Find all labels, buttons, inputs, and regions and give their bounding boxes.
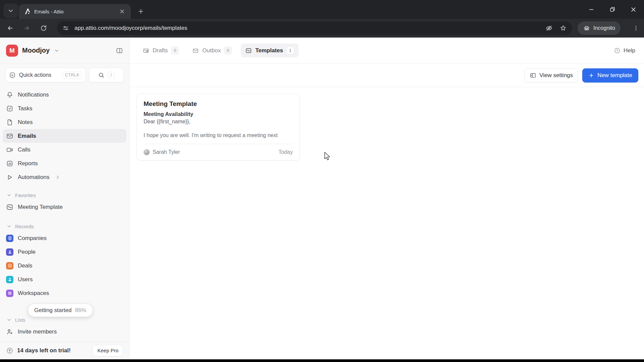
sidebar-item-meeting-template[interactable]: Meeting Template (3, 200, 126, 214)
collapse-sidebar-button[interactable] (116, 47, 123, 54)
chevron-down-icon[interactable] (54, 48, 60, 54)
main-area: Drafts 0 Outbox 0 Templates 1 ? Help Vie… (129, 38, 644, 359)
eye-off-icon[interactable] (545, 24, 553, 32)
favorites-section-header[interactable]: Favorites (0, 190, 129, 200)
sidebar-item-emails[interactable]: Emails (3, 129, 126, 143)
tab-search-button[interactable] (3, 3, 18, 18)
tab-drafts[interactable]: Drafts 0 (138, 44, 183, 57)
workspace-header: M Moodjoy (0, 38, 129, 64)
template-greeting: Dear {{first_name}}, (144, 119, 293, 125)
chevron-down-icon (6, 317, 12, 323)
quick-actions-button[interactable]: K Quick actions CTRLK (5, 68, 86, 82)
draft-envelope-icon (143, 47, 149, 54)
window-controls (581, 0, 644, 19)
incognito-icon (583, 24, 590, 32)
sidebar-item-label: Deals (18, 262, 32, 269)
sidebar-item-tasks[interactable]: Tasks (3, 102, 126, 115)
trial-banner: 14 days left on trial! Keep Pro (0, 342, 129, 359)
template-title: Meeting Template (144, 100, 293, 108)
help-label: Help (624, 47, 635, 54)
sidebar: M Moodjoy K Quick actions CTRLK / Notifi… (0, 38, 129, 359)
tab-templates[interactable]: Templates 1 (241, 44, 299, 57)
sidebar-item-users[interactable]: Users (3, 273, 126, 286)
url-text[interactable]: app.attio.com/moodjoycorp/emails/templat… (74, 25, 187, 32)
sidebar-item-calls[interactable]: Calls (3, 143, 126, 157)
person-plus-icon (6, 328, 13, 336)
minimize-icon (589, 7, 594, 12)
sidebar-item-deals[interactable]: $ Deals (3, 259, 126, 273)
tab-outbox[interactable]: Outbox 0 (188, 44, 236, 57)
invite-members-button[interactable]: Invite members (3, 325, 126, 339)
lists-section-label: Lists (15, 317, 25, 323)
tab-label: Drafts (153, 47, 168, 54)
companies-icon (6, 235, 13, 242)
browser-tab[interactable]: Emails - Attio (19, 4, 131, 19)
sidebar-item-label: Emails (18, 133, 36, 139)
attio-favicon (24, 8, 31, 15)
plus-icon (588, 72, 594, 78)
templates-list: Meeting Template Meeting Availability De… (129, 87, 644, 359)
reload-button[interactable] (38, 22, 50, 34)
forward-arrow-icon (23, 24, 31, 32)
sidebar-item-workspaces[interactable]: Workspaces (3, 286, 126, 300)
browser-tab-strip: Emails - Attio (0, 0, 644, 19)
tab-title: Emails - Attio (34, 9, 114, 14)
deals-icon: $ (6, 262, 13, 269)
sidebar-item-notifications[interactable]: Notifications (3, 88, 126, 102)
forward-button[interactable] (21, 22, 33, 34)
browser-menu-button[interactable] (631, 22, 641, 34)
new-tab-button[interactable] (134, 5, 148, 18)
upgrade-circle-icon (6, 347, 13, 354)
favorites-section: Favorites Meeting Template (0, 190, 129, 214)
workspaces-icon (6, 290, 13, 297)
sidebar-item-automations[interactable]: Automations (3, 170, 126, 184)
task-check-icon (6, 105, 13, 112)
new-template-button[interactable]: New template (582, 68, 638, 82)
svg-text:$: $ (9, 264, 10, 267)
outbox-envelope-icon (192, 47, 199, 54)
records-section-header[interactable]: Records (0, 221, 129, 231)
sidebar-panel-icon (116, 47, 123, 54)
keep-pro-button[interactable]: Keep Pro (93, 345, 123, 356)
users-icon (6, 276, 13, 283)
tab-label: Outbox (202, 47, 221, 54)
search-icon (98, 72, 105, 78)
invite-members-label: Invite members (18, 328, 57, 335)
help-button[interactable]: ? Help (614, 47, 635, 54)
omnibox-actions (545, 24, 567, 32)
view-settings-button[interactable]: View settings (525, 68, 578, 82)
templates-toolbar: View settings New template (129, 64, 644, 87)
sidebar-item-people[interactable]: People (3, 245, 126, 259)
kebab-menu-icon (633, 25, 639, 32)
records-section-label: Records (15, 224, 34, 229)
getting-started-pill[interactable]: Getting started 86% (28, 304, 93, 317)
template-card[interactable]: Meeting Template Meeting Availability De… (137, 94, 300, 161)
getting-started-percent: 86% (75, 307, 87, 314)
workspace-logo[interactable]: M (6, 45, 18, 57)
chevron-down-icon (6, 192, 12, 198)
chevron-down-icon (6, 223, 12, 229)
address-bar[interactable]: app.attio.com/moodjoycorp/emails/templat… (57, 21, 572, 35)
note-icon (6, 119, 13, 126)
workspace-name[interactable]: Moodjoy (22, 47, 50, 54)
records-section: Records Companies People $ Deals (0, 221, 129, 300)
bar-chart-icon (6, 160, 13, 167)
bookmark-star-icon[interactable] (559, 24, 567, 32)
incognito-label: Incognito (593, 25, 615, 31)
window-minimize-button[interactable] (581, 0, 602, 19)
sidebar-item-label: Reports (18, 160, 38, 167)
getting-started-label: Getting started (34, 307, 72, 314)
search-button[interactable]: / (89, 68, 124, 82)
back-button[interactable] (4, 22, 16, 34)
window-close-button[interactable] (623, 0, 644, 19)
quick-actions-label: Quick actions (19, 72, 59, 78)
svg-text:?: ? (616, 49, 618, 52)
sidebar-item-notes[interactable]: Notes (3, 115, 126, 129)
sidebar-item-reports[interactable]: Reports (3, 157, 126, 170)
window-restore-button[interactable] (602, 0, 623, 19)
template-subject: Meeting Availability (144, 111, 293, 117)
quick-actions-shortcut: CTRLK (62, 72, 82, 78)
sidebar-item-companies[interactable]: Companies (3, 231, 126, 245)
author-name: Sarah Tyler (153, 149, 180, 155)
tab-close-button[interactable] (117, 7, 127, 16)
